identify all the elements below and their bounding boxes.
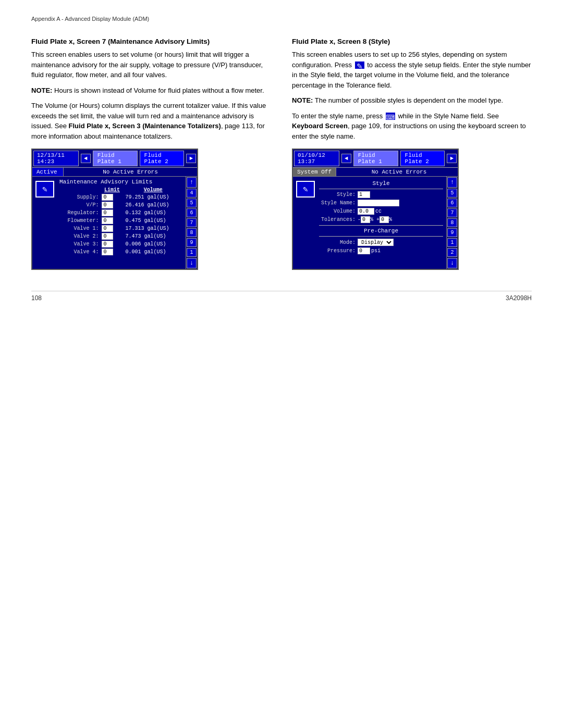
screen8-tol-plus[interactable]: 0 (380, 216, 389, 223)
row-limit[interactable]: 0 (100, 201, 124, 209)
screen7-time: 12/13/11 14:23 (33, 151, 79, 166)
screen8-tab1[interactable]: Fluid Plate 1 (353, 151, 398, 166)
screen8-tol-label: Tolerances: (319, 217, 356, 223)
screen8-pressure-row: Pressure: 0 psi (319, 248, 443, 254)
footer-page-number: 108 (31, 294, 42, 302)
screen7-fwd-arrow[interactable]: ► (186, 154, 196, 163)
screen8-mode-select[interactable]: Display (358, 239, 394, 246)
screen8-volume-value[interactable]: 0.0 (358, 208, 374, 215)
screen7-tab1[interactable]: Fluid Plate 1 (93, 151, 138, 166)
screen7-main: ✎ Maintenance Advisory Limits Limit Volu… (32, 177, 186, 269)
note2-label: NOTE: (292, 96, 313, 104)
screen8-sidebar: ↑5678912↓ (446, 177, 458, 269)
screen8-tab2[interactable]: Fluid Plate 2 (400, 151, 445, 166)
row-label: Regulator: (57, 209, 100, 217)
screen7-col-volume: Volume (124, 187, 182, 193)
left-note-1: NOTE: Hours is shown instead of Volume f… (31, 85, 271, 96)
screen8-volume-label: Volume: (319, 208, 356, 214)
sidebar-button[interactable]: 8 (447, 218, 457, 227)
screen8-status: System Off (293, 168, 336, 176)
row-limit[interactable]: 0 (100, 248, 124, 256)
screen8-tolerance-row: Tolerances: - 0 % + 0 % (319, 216, 443, 223)
right-para-3: To enter the style name, press ⌨ while i… (292, 111, 532, 142)
screen7-header: 12/13/11 14:23 ◄ Fluid Plate 1 Fluid Pla… (32, 150, 197, 168)
screen7-status: Active (32, 168, 64, 176)
row-limit[interactable]: 0 (100, 209, 124, 217)
screen8-style-value[interactable]: 1 (358, 191, 370, 198)
screen8-back-arrow[interactable]: ◄ (341, 154, 351, 163)
sidebar-button[interactable]: ↑ (187, 177, 197, 188)
left-para-2: The Volume (or Hours) column displays th… (31, 101, 271, 141)
row-limit[interactable]: 0 (100, 217, 124, 225)
sidebar-button[interactable]: ↑ (447, 177, 457, 188)
screen8-fwd-arrow[interactable]: ► (447, 154, 457, 163)
note1-label: NOTE: (31, 87, 52, 94)
screen8-volume-unit: cc (375, 208, 382, 214)
footer-doc-number: 3A2098H (506, 294, 532, 302)
left-column: Fluid Plate x, Screen 7 (Maintenance Adv… (31, 38, 271, 270)
sidebar-button[interactable]: ↓ (187, 258, 197, 268)
sidebar-button[interactable]: 5 (447, 189, 457, 198)
screen8-pressure-unit: psi (371, 248, 381, 254)
screen8-tol-pct1: % + (370, 217, 380, 223)
note2-text: The number of possible styles is depende… (313, 96, 503, 104)
screen8-pressure-value[interactable]: 0 (358, 248, 370, 254)
screen8-volume-row: Volume: 0.0 cc (319, 208, 443, 215)
row-volume: 0.006 gal(US) (124, 240, 182, 248)
sidebar-button[interactable]: 2 (447, 248, 457, 257)
screen8-style-title: Style (319, 180, 443, 187)
screen8-main: ✎ Style Style: 1 Style Name: (293, 177, 446, 269)
screen8-status-row: System Off No Active Errors (293, 168, 458, 177)
screen7-display: 12/13/11 14:23 ◄ Fluid Plate 1 Fluid Pla… (31, 149, 198, 270)
sidebar-button[interactable]: 4 (187, 189, 197, 198)
right-section-title: Fluid Plate x, Screen 8 (Style) (292, 38, 532, 45)
screen8-divider3 (319, 236, 443, 237)
keyboard-button-inline: ⌨ (385, 112, 396, 121)
sidebar-button[interactable]: 9 (187, 238, 197, 247)
screen7-tab2[interactable]: Fluid Plate 2 (140, 151, 185, 166)
sidebar-button[interactable]: 1 (187, 248, 197, 257)
table-row: Regulator: 0 0.132 gal(US) (57, 209, 182, 217)
row-volume: 0.132 gal(US) (124, 209, 182, 217)
table-row: Valve 1: 0 17.313 gal(US) (57, 225, 182, 232)
screen8-edit-icon[interactable]: ✎ (296, 181, 315, 198)
screen7-status-row: Active No Active Errors (32, 168, 197, 177)
row-limit[interactable]: 0 (100, 232, 124, 240)
sidebar-button[interactable]: 9 (447, 228, 457, 237)
screen8-tol-minus[interactable]: 0 (361, 216, 370, 223)
screen8-mode-row: Mode: Display (319, 239, 443, 246)
page-footer: 108 3A2098H (31, 291, 532, 302)
right-para-1: This screen enables users to set up to 2… (292, 50, 532, 90)
screen8-style-label: Style: (319, 192, 356, 198)
screen8-stylename-value[interactable] (358, 200, 399, 206)
row-label: Valve 2: (57, 232, 100, 240)
sidebar-button[interactable]: 7 (447, 208, 457, 217)
sidebar-button[interactable]: 6 (447, 199, 457, 207)
sidebar-button[interactable]: 1 (447, 238, 457, 247)
table-row: Flowmeter: 0 0.475 gal(US) (57, 217, 182, 225)
screen7-errors: No Active Errors (64, 168, 197, 176)
sidebar-button[interactable]: 6 (187, 208, 197, 217)
row-limit[interactable]: 0 (100, 225, 124, 232)
sidebar-button[interactable]: 5 (187, 199, 197, 207)
row-limit[interactable]: 0 (100, 240, 124, 248)
table-row: Valve 4: 0 0.001 gal(US) (57, 248, 182, 256)
screen8-mode-label: Mode: (319, 240, 356, 245)
screen7-edit-icon[interactable]: ✎ (35, 181, 54, 198)
sidebar-button[interactable]: ↓ (447, 258, 457, 268)
left-para-1: This screen enables users to set volume … (31, 50, 271, 80)
screen7-back-arrow[interactable]: ◄ (81, 154, 91, 163)
screen8-display: 01/10/12 13:37 ◄ Fluid Plate 1 Fluid Pla… (292, 149, 459, 270)
row-volume: 17.313 gal(US) (124, 225, 182, 232)
row-limit[interactable]: 0 (100, 193, 124, 201)
sidebar-button[interactable]: 8 (187, 228, 197, 237)
screen8-divider1 (319, 189, 443, 189)
row-volume: 79.251 gal(US) (124, 193, 182, 201)
left-section-title: Fluid Plate x, Screen 7 (Maintenance Adv… (31, 38, 271, 45)
screen8-errors: No Active Errors (340, 168, 458, 176)
screen8-body: ✎ Style Style: 1 Style Name: (293, 177, 458, 269)
row-label: Valve 4: (57, 248, 100, 256)
screen7-sidebar: ↑4567891↓ (186, 177, 197, 269)
sidebar-button[interactable]: 7 (187, 218, 197, 227)
screen8-stylename-label: Style Name: (319, 200, 356, 206)
